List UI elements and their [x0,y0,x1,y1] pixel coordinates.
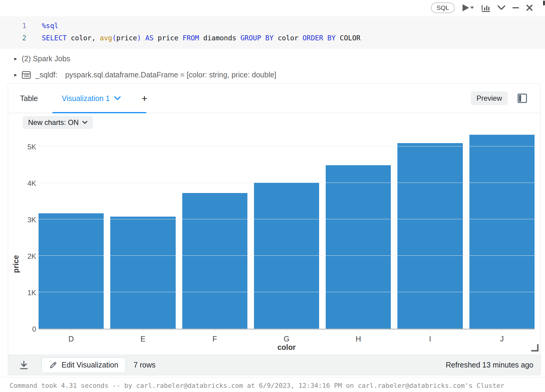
chart-area: New charts: ON price 01K2K3K4K5K DEFGHIJ… [8,114,541,355]
y-tick-label: 0 [10,326,36,333]
code-token: price [116,34,137,42]
code-token: COLOR [336,34,360,42]
y-axis-tick-labels: 01K2K3K4K5K [10,132,36,330]
x-tick-label: G [254,330,319,343]
edit-visualization-button[interactable]: Edit Visualization [42,357,126,373]
code-token: FROM [183,34,199,42]
x-tick-mark [143,330,143,332]
command-status-line: Command took 4.31 seconds -- by carl.rab… [10,382,535,389]
language-badge[interactable]: SQL [431,2,455,13]
x-tick-label: I [397,330,463,343]
bar-I[interactable] [397,143,463,329]
refreshed-status: Refreshed 13 minutes ago [446,361,533,369]
results-footer-bar: Edit Visualization 7 rows Refreshed 13 m… [8,355,541,375]
new-charts-toggle[interactable]: New charts: ON [23,116,93,129]
bar-H[interactable] [326,165,391,329]
code-token: %sql [42,22,58,30]
x-tick-label: E [110,330,175,343]
x-tick-mark [287,330,287,332]
x-tick-mark [71,330,71,332]
y-tick-label: 5K [10,143,36,151]
gridline [39,292,535,292]
sqldf-schema: pyspark.sql.dataframe.DataFrame = [color… [65,71,276,79]
download-results-button[interactable] [19,360,28,370]
side-panel-icon[interactable] [517,93,527,103]
add-visualization-button[interactable]: + [133,93,157,104]
code-token: avg [100,34,112,42]
x-tick-label: D [39,330,104,343]
bar-F[interactable] [182,193,247,329]
preview-badge[interactable]: Preview [471,91,508,105]
x-tick-mark [502,330,502,332]
bar-chart-plot [39,132,535,330]
bar-J[interactable] [469,135,535,329]
gridline [39,255,535,256]
disclosure-triangle-icon[interactable]: ▸ [14,72,17,78]
x-tick-label: J [469,330,535,343]
code-token: AS [145,34,154,42]
chart-resize-handle[interactable] [531,344,539,353]
chevron-down-icon[interactable] [114,96,121,100]
new-charts-label: New charts: ON [28,118,79,127]
scrollbar-thumb[interactable] [543,1,545,5]
y-tick-label: 2K [10,253,36,260]
line-number: 1 [0,22,26,30]
code-token: color [274,34,303,42]
gridline [39,183,535,183]
x-axis-tick-labels: DEFGHIJ [39,330,535,343]
line-number: 2 [0,34,26,42]
x-tick-mark [358,330,359,332]
code-token: ( [112,34,116,42]
disclosure-triangle-icon[interactable]: ▸ [14,56,17,62]
results-panel: Table Visualization 1 + Preview New char… [8,83,541,375]
cell-divider [0,377,545,377]
row-count: 7 rows [134,361,156,369]
code-token: diamonds [199,34,240,42]
code-text: %sql [26,22,58,30]
code-token: color, [67,34,100,42]
code-token: ORDER BY [302,34,336,42]
code-token: SELECT [42,34,67,42]
dataframe-icon [22,71,31,79]
code-token: price [154,34,183,42]
chevron-down-icon [82,121,88,124]
x-tick-mark [430,330,431,332]
code-text: SELECT color, avg(price) AS price FROM d… [26,34,360,42]
run-cell-button[interactable] [461,4,474,12]
x-tick-mark [215,330,215,332]
tab-visualization-label: Visualization 1 [62,94,110,103]
code-token: ) [137,34,141,42]
x-axis-title: color [39,343,535,352]
active-tab-underline [52,112,146,113]
x-tick-label: H [326,330,391,343]
y-tick-label: 1K [10,289,36,296]
y-tick-label: 3K [10,216,36,223]
sqldf-row[interactable]: ▸ _sqldf: pyspark.sql.dataframe.DataFram… [14,71,276,79]
sqldf-name: _sqldf: [36,71,58,79]
bar-E[interactable] [110,217,175,329]
close-icon[interactable] [526,4,533,11]
spark-jobs-label: (2) Spark Jobs [22,54,71,63]
cell-toolbar: SQL [431,2,533,14]
code-line[interactable]: 1%sql [0,19,545,32]
pencil-icon [49,361,57,369]
notebook-cell: SQL 1%sql2SELECT color, avg(price) AS pr… [0,0,545,392]
collapse-chevron-icon[interactable] [497,5,506,10]
edit-visualization-label: Edit Visualization [62,361,118,369]
spark-jobs-row[interactable]: ▸ (2) Spark Jobs [14,54,70,63]
y-tick-label: 4K [10,180,36,187]
minimize-icon[interactable] [512,7,519,9]
code-editor[interactable]: 1%sql2SELECT color, avg(price) AS price … [0,16,545,49]
x-tick-label: F [182,330,247,343]
results-tab-bar: Table Visualization 1 + Preview [8,84,541,113]
gridline [39,146,535,146]
tab-table[interactable]: Table [8,84,50,113]
bar-D[interactable] [39,213,104,329]
code-token [141,34,145,42]
code-line[interactable]: 2SELECT color, avg(price) AS price FROM … [0,32,545,44]
bar-G[interactable] [254,183,319,329]
gridline [39,219,535,219]
tab-visualization-1[interactable]: Visualization 1 [50,84,133,113]
chart-icon[interactable] [481,3,491,12]
code-token: GROUP BY [241,34,274,42]
